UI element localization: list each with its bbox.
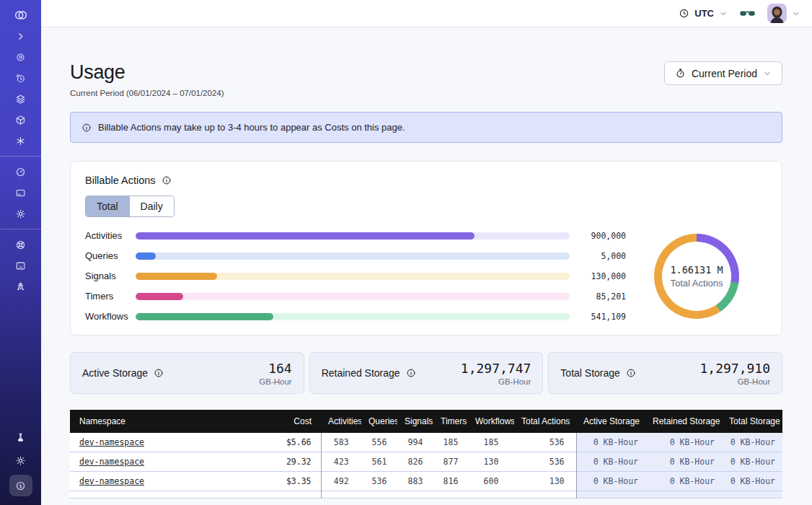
table-cell (514, 491, 576, 499)
sidebar-item-layers[interactable] (9, 90, 32, 107)
sidebar-item-expand-chevron[interactable] (9, 27, 32, 45)
column-header-total-storage: Total Storage (722, 410, 782, 433)
sidebar-top-group (0, 0, 41, 156)
bar-value: 5,000 (580, 251, 626, 261)
table-cell (70, 491, 259, 499)
page-header: Usage Current Period (06/01/2024 – 07/01… (70, 61, 782, 97)
table-cell (576, 491, 645, 499)
chevron-down-icon (719, 9, 728, 18)
column-header-workflows: Workflows (468, 410, 514, 433)
donut-center: 1.66131 M Total Actions (662, 242, 731, 311)
asterisk-icon (15, 136, 26, 146)
table-cell: 0 KB-Hour (576, 472, 645, 491)
bar-value: 900,000 (580, 231, 626, 241)
table-cell: 0 KB-Hour (722, 433, 782, 452)
info-icon (162, 175, 172, 185)
namespace-cell: dev-namespace (70, 472, 259, 491)
info-icon (626, 368, 636, 378)
timezone-selector[interactable]: UTC (679, 8, 728, 19)
table-cell: 0 KB-Hour (645, 452, 722, 472)
sidebar-item-support-lifebuoy[interactable] (9, 236, 32, 253)
storage-card-retained-storage: Retained Storage1,297,747GB-Hour (309, 352, 544, 394)
table-cell (321, 491, 361, 499)
tab-total[interactable]: Total (86, 196, 129, 216)
table-cell: 536 (514, 433, 576, 452)
sidebar-item-namespaces[interactable] (9, 48, 32, 66)
sidebar-item-schedules[interactable] (9, 69, 32, 87)
sidebar-item-pricing-coin[interactable]: $ (9, 475, 32, 496)
sidebar-item-theme-sun[interactable] (9, 452, 32, 469)
table-cell (397, 491, 433, 499)
table-cell: 536 (361, 472, 397, 491)
topbar-right-cluster: UTC (679, 4, 800, 23)
column-header-activities: Activities (321, 410, 361, 433)
topbar: UTC (41, 0, 812, 27)
table-cell: 883 (397, 472, 433, 491)
layers-icon (15, 94, 26, 105)
pricing-coin-icon: $ (15, 480, 26, 491)
chevron-down-icon (792, 9, 800, 18)
sidebar-item-settings-gear[interactable] (9, 205, 32, 222)
sidebar-item-rocket[interactable] (9, 278, 32, 295)
storage-card-unit: GB-Hour (700, 377, 770, 386)
bar-category-label: Queries (85, 250, 136, 261)
table-cell: 877 (433, 452, 468, 472)
billable-actions-chart: Activities900,000Queries5,000Signals130,… (85, 232, 767, 320)
table-row: dev-namespace29.324235618268771305360 KB… (70, 452, 782, 472)
sidebar-lower-group (0, 229, 41, 302)
namespace-link[interactable]: dev-namespace (79, 457, 144, 467)
profile-menu-button[interactable] (767, 4, 800, 23)
banner-text: Billable Actions may take up to 3-4 hour… (98, 122, 405, 133)
billable-actions-bars: Activities900,000Queries5,000Signals130,… (85, 232, 626, 320)
table-cell: 492 (321, 472, 361, 491)
sidebar-item-temporal-logo[interactable] (9, 6, 32, 24)
namespace-usage-table: NamespaceCostActivitiesQueriesSignalsTim… (70, 410, 782, 499)
period-selector-button[interactable]: Current Period (664, 61, 782, 85)
column-header-queries: Queries (361, 410, 397, 433)
sidebar-item-deployments-cube[interactable] (9, 111, 32, 128)
table-cell: 29.32 (259, 452, 321, 472)
info-icon (81, 123, 92, 133)
table-cell (722, 491, 782, 499)
page-subtitle: Current Period (06/01/2024 – 07/01/2024) (70, 89, 224, 97)
storage-card-active-storage: Active Storage164GB-Hour (70, 352, 304, 394)
storage-card-value: 164 (259, 361, 291, 376)
bar-row-timers: Timers85,201 (85, 292, 626, 300)
donut-total-label: Total Actions (671, 278, 723, 289)
sidebar-item-docs-terminal[interactable] (9, 257, 32, 274)
storage-card-total-storage: Total Storage1,297,910GB-Hour (548, 352, 782, 394)
sidebar-item-asterisk[interactable] (9, 132, 32, 149)
bar-value: 85,201 (580, 291, 626, 302)
settings-gear-icon (15, 208, 26, 219)
namespace-link[interactable]: dev-namespace (79, 437, 144, 447)
namespace-link[interactable]: dev-namespace (79, 476, 144, 486)
bar-row-workflows: Workflows541,109 (85, 312, 626, 320)
tab-daily[interactable]: Daily (129, 196, 174, 216)
sidebar-item-usage-gauge[interactable] (9, 163, 32, 180)
sidebar: $ (0, 0, 41, 505)
bar-category-label: Signals (85, 271, 136, 281)
total-actions-donut: 1.66131 M Total Actions (654, 234, 739, 319)
column-header-total-actions: Total Actions (514, 410, 576, 433)
column-header-retained-storage: Retained Storage (645, 410, 722, 433)
column-header-signals: Signals (397, 410, 433, 433)
table-row: dev-namespace$5.665835569941851855360 KB… (70, 433, 782, 452)
support-lifebuoy-icon (15, 240, 26, 250)
namespace-cell: dev-namespace (70, 452, 259, 472)
donut-total-value: 1.66131 M (670, 264, 723, 276)
storage-card-value: 1,297,910 (700, 361, 770, 376)
bar-category-label: Activities (85, 230, 136, 241)
bar-fill (136, 293, 183, 300)
feedback-glasses-button[interactable] (739, 5, 756, 22)
timezone-label: UTC (694, 8, 714, 19)
info-icon (154, 368, 164, 378)
table-cell (361, 491, 397, 499)
stopwatch-icon (675, 68, 686, 79)
sidebar-item-labs-flask[interactable] (9, 429, 32, 446)
bar-value: 541,109 (580, 312, 626, 322)
table-cell: 0 KB-Hour (645, 433, 722, 452)
billable-actions-card: Billable Actions TotalDaily Activities90… (70, 161, 782, 335)
schedules-icon (15, 73, 26, 84)
avatar (767, 4, 787, 23)
sidebar-item-billing-card[interactable] (9, 184, 32, 201)
